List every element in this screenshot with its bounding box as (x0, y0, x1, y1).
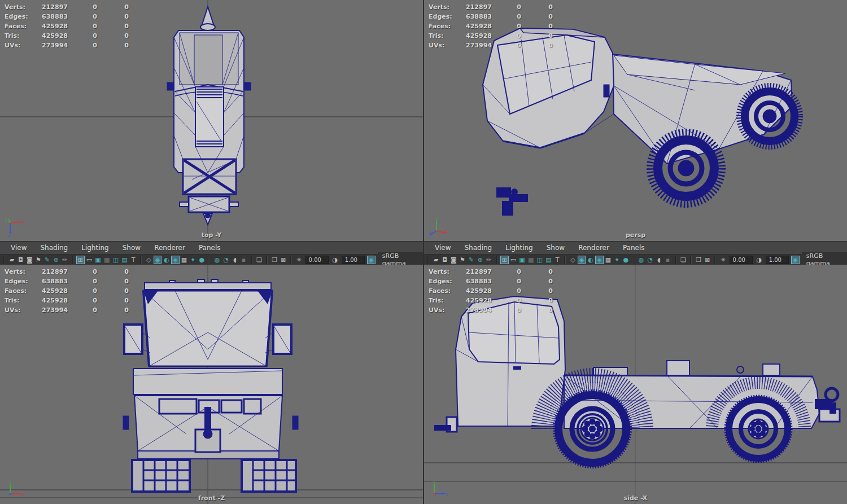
camera-attributes-icon[interactable]: ◙ (25, 256, 34, 264)
color-management-icon[interactable]: ◉ (791, 256, 800, 264)
menu-view[interactable]: View (5, 243, 33, 253)
viewport-front[interactable]: Verts:21289700Edges:63888300Faces:425928… (0, 265, 423, 504)
safe-action-icon[interactable]: ▤ (120, 256, 129, 264)
hud-stat-label: Verts: (5, 2, 40, 12)
gate-mask-icon[interactable]: ▩ (527, 256, 535, 264)
pan-zoom-icon[interactable]: ⊕ (476, 256, 484, 264)
svg-text:y: y (9, 480, 11, 484)
menu-panels[interactable]: Panels (617, 243, 651, 253)
menu-show[interactable]: Show (116, 243, 147, 253)
color-management-icon[interactable]: ◉ (367, 256, 376, 264)
image-plane-icon[interactable]: ✎ (467, 256, 475, 264)
hud-stat-label: Tris: (429, 31, 464, 41)
occlusion-icon[interactable]: ◍ (637, 256, 645, 264)
svg-text:y: y (5, 218, 7, 222)
xray-joints-icon[interactable]: ⊠ (280, 256, 288, 264)
antialiasing-icon[interactable]: ◖ (655, 256, 663, 264)
gamma-field[interactable]: 1.00 (766, 256, 789, 264)
isolate-select-icon[interactable]: ❏ (255, 256, 264, 264)
lighting-icon[interactable]: ✦ (613, 256, 621, 264)
shaded-mode-icon[interactable]: ◆ (154, 256, 162, 264)
resolution-gate-icon[interactable]: ▣ (518, 256, 526, 264)
toolbar-separator (140, 256, 142, 264)
contrast-icon[interactable]: ◑ (755, 256, 763, 264)
image-plane-icon[interactable]: ✎ (43, 256, 51, 264)
xray-icon[interactable]: ❐ (270, 256, 279, 264)
occlusion-icon[interactable]: ◍ (213, 256, 221, 264)
wireframe-on-shaded-icon[interactable]: ◈ (171, 256, 180, 264)
exposure-icon[interactable]: ✳ (295, 256, 303, 264)
exposure-icon[interactable]: ✳ (719, 256, 727, 264)
menu-renderer[interactable]: Renderer (148, 243, 191, 253)
panel-toolbar: ▰◘◙⚑✎⊕✏⊞▭▣▩◫▤T◇◆◐◈▦✦●◍◔◖▪❏❐⊠✳0.00◑1.00◉s… (0, 255, 423, 265)
wireframe-mode-icon[interactable]: ◇ (145, 256, 153, 264)
menu-shading[interactable]: Shading (34, 243, 74, 253)
field-chart-icon[interactable]: ◫ (111, 256, 120, 264)
bookmarks-icon[interactable]: ⚑ (34, 256, 43, 264)
toolbar-separator (675, 256, 676, 264)
select-camera-icon[interactable]: ▰ (432, 256, 440, 264)
lighting-icon[interactable]: ✦ (189, 256, 197, 264)
hud-stat-value: 0 (521, 305, 553, 315)
menu-show[interactable]: Show (540, 243, 571, 253)
hud-stat-label: UVs: (429, 41, 464, 50)
wireframe-mode-icon[interactable]: ◇ (569, 256, 577, 264)
exposure-field[interactable]: 0.00 (305, 256, 329, 264)
gamma-field[interactable]: 1.00 (342, 256, 365, 264)
camera-attributes-icon[interactable]: ◙ (449, 256, 458, 264)
depth-of-field-icon[interactable]: ▪ (239, 256, 248, 264)
safe-action-icon[interactable]: ▤ (544, 256, 553, 264)
pan-zoom-icon[interactable]: ⊕ (52, 256, 60, 264)
hud-stat-value: 425928 (40, 296, 68, 305)
safe-title-icon[interactable]: T (553, 256, 562, 264)
svg-text:y: y (433, 480, 435, 484)
grid-icon[interactable]: ⊞ (76, 256, 85, 264)
field-chart-icon[interactable]: ◫ (535, 256, 544, 264)
hud-stat-label: Tris: (5, 296, 40, 305)
grid-icon[interactable]: ⊞ (500, 256, 509, 264)
film-gate-icon[interactable]: ▭ (85, 256, 94, 264)
bookmarks-icon[interactable]: ⚑ (459, 256, 467, 264)
grease-pencil-icon[interactable]: ✏ (485, 256, 494, 264)
motion-blur-icon[interactable]: ◔ (646, 256, 654, 264)
safe-title-icon[interactable]: T (129, 256, 138, 264)
shadows-icon[interactable]: ● (198, 256, 206, 264)
menu-shading[interactable]: Shading (458, 243, 498, 253)
hud-stat-value: 425928 (40, 31, 68, 41)
antialiasing-icon[interactable]: ◖ (231, 256, 239, 264)
shadows-icon[interactable]: ● (622, 256, 630, 264)
motion-blur-icon[interactable]: ◔ (222, 256, 230, 264)
wireframe-on-shaded-icon[interactable]: ◈ (595, 256, 604, 264)
textured-mode-icon[interactable]: ◐ (162, 256, 171, 264)
poly-count-hud: Verts:21289700Edges:63888300Faces:425928… (5, 2, 129, 50)
contrast-icon[interactable]: ◑ (331, 256, 339, 264)
xray-joints-icon[interactable]: ⊠ (704, 256, 712, 264)
depth-of-field-icon[interactable]: ▪ (663, 256, 672, 264)
resolution-gate-icon[interactable]: ▣ (94, 256, 102, 264)
hud-stat-value: 273994 (464, 305, 492, 315)
menu-view[interactable]: View (429, 243, 457, 253)
grease-pencil-icon[interactable]: ✏ (61, 256, 69, 264)
select-camera-icon[interactable]: ▰ (8, 256, 16, 264)
menu-lighting[interactable]: Lighting (75, 243, 115, 253)
menu-panels[interactable]: Panels (193, 243, 227, 253)
viewport-persp[interactable]: Verts:21289700Edges:63888300Faces:425928… (424, 0, 847, 241)
lock-camera-icon[interactable]: ◘ (440, 256, 449, 264)
default-material-icon[interactable]: ▦ (604, 256, 613, 264)
hud-stat-label: Faces: (5, 286, 40, 296)
film-gate-icon[interactable]: ▭ (509, 256, 518, 264)
viewport-top[interactable]: Verts:21289700Edges:63888300Faces:425928… (0, 0, 423, 241)
viewport-side[interactable]: Verts:21289700Edges:63888300Faces:425928… (424, 265, 847, 504)
shaded-mode-icon[interactable]: ◆ (578, 256, 586, 264)
textured-mode-icon[interactable]: ◐ (586, 256, 595, 264)
exposure-field[interactable]: 0.00 (730, 256, 753, 264)
lock-camera-icon[interactable]: ◘ (16, 256, 25, 264)
menu-lighting[interactable]: Lighting (499, 243, 539, 253)
isolate-select-icon[interactable]: ❏ (679, 256, 688, 264)
gate-mask-icon[interactable]: ▩ (103, 256, 111, 264)
toolbar-separator (266, 256, 268, 264)
xray-icon[interactable]: ❐ (695, 256, 703, 264)
menu-renderer[interactable]: Renderer (572, 243, 615, 253)
hud-stat-value: 212897 (40, 2, 68, 12)
default-material-icon[interactable]: ▦ (180, 256, 189, 264)
